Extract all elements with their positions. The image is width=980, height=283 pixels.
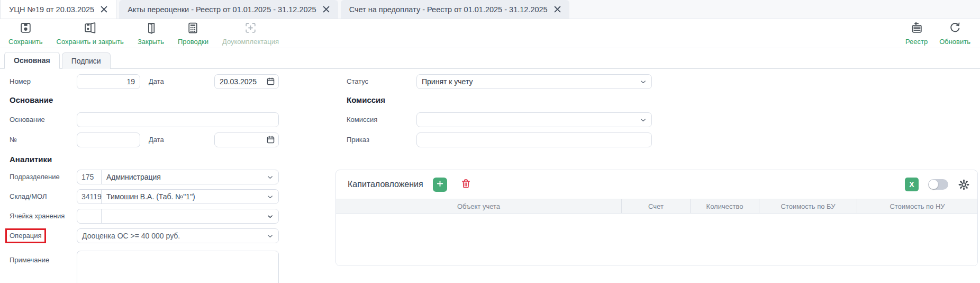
storage-cell-code: [77, 209, 102, 223]
basis-section-title: Основание: [10, 95, 53, 104]
operation-value: Дооценка ОС >= 40 000 руб.: [77, 232, 266, 240]
window-tab-label: Акты переоценки - Реестр от 01.01.2025 -…: [128, 5, 316, 14]
postings-button[interactable]: Проводки: [178, 21, 208, 46]
postings-button-label: Проводки: [178, 38, 208, 46]
close-icon[interactable]: [554, 6, 561, 13]
storage-cell-select[interactable]: [77, 209, 279, 224]
gear-icon[interactable]: [958, 179, 970, 191]
capital-table-header: Объект учета Счет Количество Стоимость п…: [336, 199, 977, 214]
basis-label: Основание: [10, 112, 45, 127]
number-input[interactable]: [77, 74, 140, 89]
department-label: Подразделение: [10, 170, 60, 184]
close-icon[interactable]: [101, 6, 107, 13]
department-value: Администрация: [102, 173, 266, 181]
capital-panel-title: Капиталовложения: [348, 180, 423, 189]
add-kit-button-label: Доукомплектация: [222, 38, 279, 46]
chevron-down-icon: [639, 116, 647, 124]
operation-label-wrap: Операция: [10, 228, 46, 243]
department-code: 175: [77, 170, 102, 184]
toggle-knob: [929, 180, 938, 189]
basis-number-input[interactable]: [77, 132, 140, 147]
save-icon: [19, 21, 32, 37]
excel-export-button[interactable]: X: [905, 178, 919, 191]
save-and-close-button-label: Сохранить и закрыть: [57, 38, 124, 46]
column-header-object: Объект учета: [336, 199, 621, 213]
column-header-quantity: Количество: [690, 199, 759, 213]
form-tab-bar: Основная Подписи: [0, 49, 980, 69]
commission-label: Комиссия: [347, 112, 377, 127]
close-button[interactable]: Закрыть: [138, 21, 164, 46]
analytics-section-title: Аналитики: [10, 155, 52, 164]
add-row-button[interactable]: [433, 178, 447, 192]
basis-number-label: №: [10, 132, 17, 147]
warehouse-value: Тимошин В.А. (Таб. №"1"): [102, 192, 266, 201]
excel-icon: X: [909, 180, 914, 189]
commission-select[interactable]: [416, 112, 652, 127]
window-tab-prepayment-invoice[interactable]: Счет на предоплату - Реестр от 01.01.202…: [341, 0, 569, 19]
register-button[interactable]: Реестр: [905, 21, 928, 46]
note-textarea[interactable]: [77, 251, 279, 283]
trash-icon: [460, 178, 472, 192]
status-value: Принят к учету: [417, 77, 639, 86]
chevron-down-icon: [266, 173, 274, 181]
warehouse-code: 34119: [77, 190, 102, 204]
column-header-account: Счет: [621, 199, 690, 213]
window-tab-document[interactable]: УЦН №19 от 20.03.2025: [0, 0, 116, 19]
status-label: Статус: [347, 74, 368, 89]
capital-panel-header: Капиталовложения X: [336, 170, 977, 199]
number-label: Номер: [10, 74, 31, 89]
window-tab-revaluation-acts[interactable]: Акты переоценки - Реестр от 01.01.2025 -…: [119, 0, 338, 19]
delete-row-button[interactable]: [460, 178, 472, 192]
view-toggle[interactable]: [928, 179, 948, 190]
calculator-icon: [186, 21, 199, 37]
tab-signatures[interactable]: Подписи: [62, 52, 111, 69]
refresh-button-label: Обновить: [939, 38, 970, 46]
date-input[interactable]: [214, 74, 279, 89]
basis-date-label: Дата: [149, 132, 164, 147]
note-label: Примечание: [10, 253, 49, 268]
refresh-button[interactable]: Обновить: [939, 21, 970, 46]
status-select[interactable]: Принят к учету: [416, 74, 652, 89]
warehouse-label: Склад/МОЛ: [10, 189, 47, 204]
plus-icon: [436, 180, 444, 190]
register-icon: [910, 21, 923, 37]
chevron-down-icon: [266, 193, 274, 201]
refresh-icon: [948, 21, 961, 37]
storage-cell-label: Ячейка хранения: [10, 209, 65, 224]
order-label: Приказ: [347, 132, 369, 147]
date-field: [214, 74, 279, 89]
add-kit-icon: [244, 21, 257, 37]
save-and-close-icon: [84, 21, 97, 37]
operation-select[interactable]: Дооценка ОС >= 40 000 руб.: [77, 228, 279, 243]
column-header-cost-nu: Стоимость по НУ: [857, 199, 977, 213]
register-button-label: Реестр: [905, 38, 928, 46]
window-tab-label: УЦН №19 от 20.03.2025: [9, 5, 94, 14]
chevron-down-icon: [266, 232, 274, 240]
tab-main[interactable]: Основная: [4, 52, 60, 69]
order-input[interactable]: [416, 132, 652, 147]
chevron-down-icon: [639, 78, 647, 86]
operation-label-highlight: Операция: [5, 228, 46, 243]
window-tab-bar: УЦН №19 от 20.03.2025 Акты переоценки - …: [0, 0, 980, 19]
commission-section-title: Комиссия: [347, 95, 385, 104]
basis-date-field: [214, 132, 279, 147]
date-label: Дата: [149, 74, 164, 89]
save-and-close-button[interactable]: Сохранить и закрыть: [57, 21, 124, 46]
basis-date-input[interactable]: [214, 132, 279, 147]
save-button[interactable]: Сохранить: [8, 21, 43, 46]
toolbar: Сохранить Сохранить и закрыть: [0, 19, 980, 48]
basis-input[interactable]: [77, 112, 279, 127]
chevron-down-icon: [266, 213, 274, 220]
capital-investments-panel: Капиталовложения X: [335, 170, 978, 266]
department-select[interactable]: 175 Администрация: [77, 170, 279, 184]
close-button-label: Закрыть: [138, 38, 164, 46]
capital-table-body[interactable]: [336, 214, 977, 266]
app-window: УЦН №19 от 20.03.2025 Акты переоценки - …: [0, 0, 980, 283]
save-button-label: Сохранить: [8, 38, 43, 46]
door-icon: [144, 21, 157, 37]
column-header-cost-bu: Стоимость по БУ: [759, 199, 857, 213]
window-tab-label: Счет на предоплату - Реестр от 01.01.202…: [349, 5, 548, 14]
warehouse-select[interactable]: 34119 Тимошин В.А. (Таб. №"1"): [77, 189, 279, 204]
add-kit-button: Доукомплектация: [222, 21, 279, 46]
close-icon[interactable]: [323, 6, 330, 13]
